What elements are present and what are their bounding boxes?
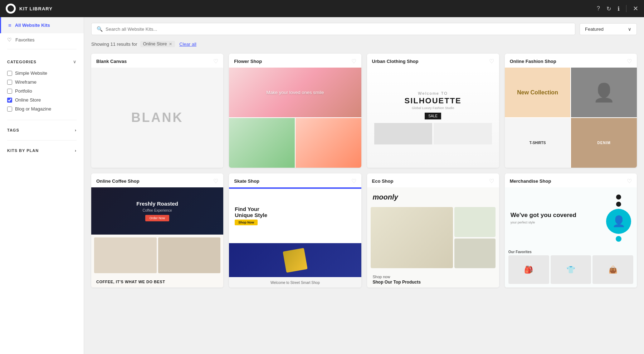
app-title: KIT LIBRARY <box>19 6 53 11</box>
kit-card-coffee-shop[interactable]: Online Coffee Shop ♡ Freshly RoastedCoff… <box>91 173 223 287</box>
urban-brand: SILHOUETTE <box>374 96 492 105</box>
fashion-new-collection: New Collection <box>505 68 571 117</box>
merch-decorations: 👤 <box>606 195 631 242</box>
category-simple-website[interactable]: Simple Website <box>7 69 77 78</box>
kit-card-blank-canvas[interactable]: Blank Canvas ♡ BLANK <box>91 54 223 168</box>
merch-product-3: 👜 <box>592 255 633 284</box>
sort-chevron-icon: ∨ <box>628 26 631 32</box>
sidebar-divider-1 <box>7 49 77 49</box>
kit-title: Blank Canvas <box>96 59 127 64</box>
category-label: Online Store <box>15 97 41 103</box>
blank-canvas-preview: BLANK <box>91 68 223 168</box>
search-input[interactable] <box>106 26 570 32</box>
fashion-model-photo: 👤 <box>571 68 637 117</box>
favorite-icon[interactable]: ♡ <box>627 58 632 65</box>
tags-section-header[interactable]: TAGS › <box>0 123 84 137</box>
category-wireframe[interactable]: Wireframe <box>7 78 77 87</box>
eco-side-products <box>454 207 496 268</box>
kit-card-flower-shop[interactable]: Flower Shop ♡ Make your loved ones smile <box>229 54 361 168</box>
favorite-icon[interactable]: ♡ <box>213 178 218 185</box>
category-blog-magazine[interactable]: Blog or Magazine <box>7 104 77 113</box>
flower-img-2 <box>296 118 361 168</box>
categories-header[interactable]: CATEGORIES ∨ <box>7 59 77 64</box>
help-icon[interactable]: ? <box>597 5 600 12</box>
merch-dot-1 <box>616 195 621 200</box>
sidebar-divider-2 <box>7 120 77 120</box>
skate-image <box>283 248 308 273</box>
checkbox-simple-website[interactable] <box>7 71 12 76</box>
menu-icon: ≡ <box>8 22 11 28</box>
active-filter-tag[interactable]: Online Store ✕ <box>140 41 175 47</box>
merch-headline-text: We've got you covered <box>511 212 602 219</box>
filter-tag-label: Online Store <box>143 41 167 46</box>
category-portfolio[interactable]: Portfolio <box>7 87 77 95</box>
checkbox-portfolio[interactable] <box>7 89 12 94</box>
favorite-icon[interactable]: ♡ <box>489 58 494 65</box>
coffee-bottom-images <box>91 235 223 276</box>
search-icon: 🔍 <box>97 26 103 32</box>
category-label: Wireframe <box>15 79 36 85</box>
flower-top: Make your loved ones smile <box>229 68 361 117</box>
urban-img-1 <box>374 123 433 144</box>
favorite-icon[interactable]: ♡ <box>351 178 356 185</box>
category-online-store[interactable]: Online Store <box>7 95 77 104</box>
kit-title: Online Fashion Shop <box>510 59 556 64</box>
sidebar-divider-3 <box>7 140 77 141</box>
flower-tagline: Make your loved ones smile <box>266 90 324 95</box>
urban-preview: Welcome TO SILHOUETTE Global Luxury Fash… <box>367 68 499 168</box>
coffee-tagline: COFFEE, IT'S WHAT WE DO BEST <box>96 280 165 284</box>
refresh-icon[interactable]: ↻ <box>606 5 611 12</box>
skate-footer-text: Welcome to Street Smart Shop <box>270 281 320 285</box>
merch-top: We've got you covered your perfect style… <box>505 187 637 249</box>
flower-img-1 <box>229 118 295 168</box>
checkbox-blog-magazine[interactable] <box>7 107 12 112</box>
fashion-preview: New Collection 👤 T-SHIRTS DENIM <box>505 68 637 168</box>
eco-brand-text: moonly <box>373 193 398 201</box>
favorite-icon[interactable]: ♡ <box>489 178 494 185</box>
app-logo <box>6 4 16 14</box>
eco-product-1 <box>454 207 496 237</box>
merch-circle-photo: 👤 <box>606 209 631 234</box>
content-area: 🔍 Featured ∨ Showing 11 results for Onli… <box>84 17 644 354</box>
kit-card-urban-clothing[interactable]: Urban Clothing Shop ♡ Welcome TO SILHOUE… <box>367 54 499 168</box>
coffee-cta: Order Now <box>145 215 170 221</box>
clear-all-button[interactable]: Clear all <box>179 41 196 47</box>
eco-product-2 <box>454 239 496 269</box>
sort-dropdown[interactable]: Featured ∨ <box>580 23 637 35</box>
sidebar-nav-label-favorites: Favorites <box>15 37 34 43</box>
tags-label: TAGS <box>7 128 19 132</box>
checkbox-online-store[interactable] <box>7 98 12 103</box>
kit-card-online-fashion[interactable]: Online Fashion Shop ♡ New Collection 👤 T… <box>505 54 637 168</box>
categories-label: CATEGORIES <box>7 60 36 64</box>
kit-card-eco-shop[interactable]: Eco Shop ♡ moonly <box>367 173 499 287</box>
coffee-footer: COFFEE, IT'S WHAT WE DO BEST <box>91 276 223 287</box>
kit-card-skate-shop[interactable]: Skate Shop ♡ Find YourUnique Style Shop … <box>229 173 361 287</box>
coffee-img-1 <box>94 237 157 273</box>
kit-title: Eco Shop <box>372 178 394 184</box>
kit-title: Skate Shop <box>234 178 259 184</box>
close-icon[interactable]: ✕ <box>633 5 638 13</box>
eco-logo: moonly <box>367 187 499 207</box>
top-bar-right: ? ↻ ℹ ✕ <box>597 5 638 13</box>
skate-headline: Find YourUnique Style <box>235 206 267 218</box>
checkbox-wireframe[interactable] <box>7 80 12 85</box>
favorite-icon[interactable]: ♡ <box>627 178 632 185</box>
eco-footer: Shop now Shop Our Top Products <box>367 272 499 287</box>
flower-bottom <box>229 118 361 168</box>
urban-tagline: Global Luxury Fashion Studio <box>374 106 492 110</box>
favorite-icon[interactable]: ♡ <box>213 58 218 65</box>
kit-card-header: Urban Clothing Shop ♡ <box>367 54 499 68</box>
kit-card-header: Online Fashion Shop ♡ <box>505 54 637 68</box>
categories-section: CATEGORIES ∨ Simple Website Wireframe Po… <box>0 52 84 117</box>
kit-title: Urban Clothing Shop <box>372 59 419 64</box>
info-icon[interactable]: ℹ <box>618 5 620 12</box>
filter-tag-close-icon[interactable]: ✕ <box>169 42 172 46</box>
merch-favorites-text: Our Favorites <box>508 250 532 254</box>
kit-card-merchandise-shop[interactable]: Merchandise Shop ♡ We've got you covered… <box>505 173 637 287</box>
favorite-icon[interactable]: ♡ <box>351 58 356 65</box>
sidebar-item-favorites[interactable]: ♡ Favorites <box>0 33 84 46</box>
sidebar-item-all-kits[interactable]: ≡ All Website Kits <box>0 17 84 33</box>
kits-by-plan-header[interactable]: KITS BY PLAN › <box>0 143 84 158</box>
category-label: Portfolio <box>15 88 32 94</box>
eco-main-product <box>371 207 453 268</box>
